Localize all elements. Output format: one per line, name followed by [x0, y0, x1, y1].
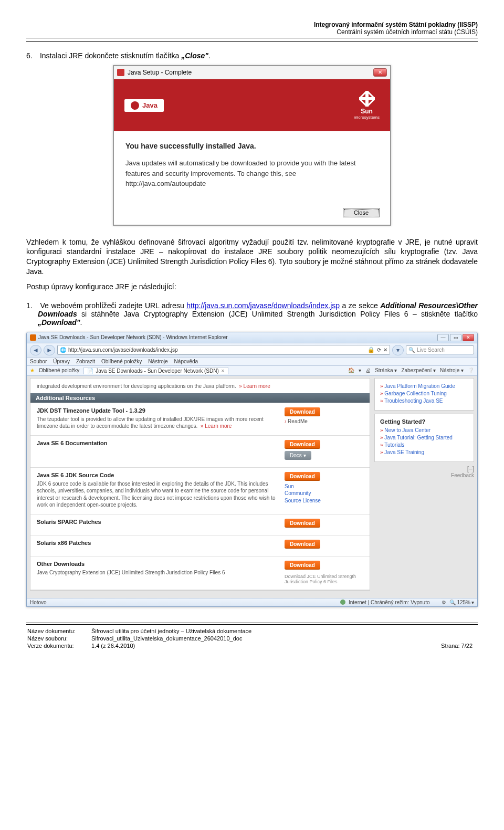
minimize-icon[interactable]: —: [437, 334, 449, 341]
step-6-close: „Close": [181, 51, 208, 60]
footer-page: Strana: 7/22: [408, 643, 477, 649]
src-link-community[interactable]: Community: [285, 490, 363, 497]
step-6-prefix: Instalaci JRE dokončete stisknutím tlačí…: [40, 51, 181, 60]
feedback-icon: [–]: [374, 465, 474, 472]
intro-body: integrated development environment for d…: [37, 383, 236, 389]
dialog-heading: You have successfully installed Java.: [125, 141, 379, 152]
help-icon[interactable]: ❔: [468, 367, 474, 373]
download-button-x86[interactable]: Download: [285, 540, 320, 549]
step-1-f: .: [80, 318, 82, 327]
status-mid: Internet | Chráněný režim: Vypnuto: [349, 600, 430, 605]
lock-icon: 🔒: [368, 346, 375, 353]
learn-more-link[interactable]: » Learn more: [239, 383, 270, 389]
footer-l3: Verze dokumentu:: [27, 643, 90, 649]
pkg-other: Other Downloads Java Cryptography Extens…: [30, 556, 370, 590]
favorites-star-icon[interactable]: ★: [30, 367, 35, 373]
window-close-icon[interactable]: ✕: [463, 334, 474, 341]
footer-l1: Název dokumentu:: [27, 628, 90, 634]
aside1-item-1[interactable]: Garbage Collection Tuning: [380, 390, 468, 397]
doc-footer: Název dokumentu: Šifrovací utilita pro ú…: [26, 623, 478, 650]
maximize-icon[interactable]: ▭: [450, 334, 461, 341]
tool-tools[interactable]: Nástroje ▾: [440, 367, 464, 373]
zoom-control[interactable]: 🔍 125% ▾: [449, 600, 474, 605]
ie-statusbar: Hotovo Internet | Chráněný režim: Vypnut…: [27, 598, 477, 606]
step-1: 1. Ve webovém prohlížeči zadejte URL adr…: [38, 301, 478, 327]
favorites-label[interactable]: Oblíbené položky: [39, 367, 79, 373]
pkg-tz-learnmore[interactable]: » Learn more: [201, 423, 232, 429]
menu-tools[interactable]: Nástroje: [148, 359, 167, 364]
step-6-tail: .: [208, 51, 211, 60]
ie-favbar: ★ Oblíbené položky 📄 Java SE Downloads -…: [27, 366, 477, 376]
dialog-titlebar: Java Setup - Complete ✕: [114, 66, 390, 79]
tool-security[interactable]: Zabezpečení ▾: [401, 367, 436, 373]
aside2-item-0[interactable]: New to Java Center: [380, 427, 468, 434]
feedback-label: Feedback: [451, 472, 474, 478]
ie-navbar: ◄ ► 🌐 http://java.sun.com/javase/downloa…: [27, 343, 477, 358]
search-box[interactable]: 🔍 Live Search: [406, 345, 474, 354]
browser-tab[interactable]: 📄 Java SE Downloads - Sun Developer Netw…: [83, 367, 228, 374]
download-button-src[interactable]: Download: [285, 472, 320, 481]
window-buttons: — ▭ ✕: [437, 334, 474, 341]
aside1-item-2[interactable]: Troubleshooting Java SE: [380, 397, 468, 405]
dialog-banner: Java Sun microsystems: [114, 79, 390, 131]
downloads-link[interactable]: http://java.sun.com/javase/downloads/ind…: [186, 301, 340, 310]
java-logo: Java: [124, 99, 164, 112]
footer-l2: Název souboru:: [27, 635, 90, 642]
menu-help[interactable]: Nápověda: [174, 359, 198, 364]
search-placeholder: Live Search: [417, 347, 445, 353]
tool-page[interactable]: Stránka ▾: [375, 367, 397, 373]
menu-edit[interactable]: Úpravy: [53, 359, 70, 364]
globe-icon: 🌐: [60, 347, 66, 353]
protected-mode-icon[interactable]: ⚙: [442, 600, 446, 605]
download-button-jce[interactable]: Download: [285, 561, 320, 570]
dialog-para-link: http://java.com/autoupdate: [125, 180, 206, 187]
readme-link[interactable]: ReadMe: [285, 418, 308, 424]
ie-titlebar: Java SE Downloads - Sun Developer Networ…: [27, 332, 477, 343]
pkg-sparc-title: Solaris SPARC Patches: [37, 519, 278, 525]
dialog-button-row: Close: [114, 205, 390, 225]
step-6: 6. Instalaci JRE dokončete stisknutím tl…: [38, 51, 478, 60]
pkg-other-desc: Java Cryptography Extension (JCE) Unlimi…: [37, 569, 278, 576]
back-button[interactable]: ◄: [30, 345, 41, 355]
home-icon[interactable]: 🏠: [348, 367, 354, 373]
pkg-src-desc: JDK 6 source code is available for those…: [37, 480, 278, 509]
aside2-item-2[interactable]: Tutorials: [380, 442, 468, 449]
pkg-doc-title: Java SE 6 Documentation: [37, 440, 278, 446]
dialog-title: Java Setup - Complete: [128, 69, 192, 76]
main-column: integrated development environment for d…: [30, 378, 370, 591]
print-icon[interactable]: 🖨: [365, 367, 371, 373]
download-button-tz[interactable]: Download: [285, 407, 320, 416]
menu-favorites[interactable]: Oblíbené položky: [101, 359, 142, 364]
pkg-other-title: Other Downloads: [37, 561, 278, 567]
footer-v3: 1.4 (z 26.4.2010): [91, 643, 407, 649]
feed-icon[interactable]: ▾: [359, 367, 361, 373]
refresh-icon[interactable]: ⟳: [377, 347, 381, 353]
src-link-sun[interactable]: Sun: [285, 483, 363, 490]
tab-title: Java SE Downloads - Sun Developer Networ…: [96, 368, 219, 374]
aside2-item-1[interactable]: Java Tutorial: Getting Started: [380, 434, 468, 442]
aside1-item-0[interactable]: Java Platform Migration Guide: [380, 383, 468, 390]
close-button[interactable]: Close: [343, 208, 380, 217]
menu-view[interactable]: Zobrazit: [76, 359, 95, 364]
download-button-sparc[interactable]: Download: [285, 519, 320, 528]
close-icon[interactable]: ✕: [373, 68, 387, 77]
chevron-down-icon: ▾: [471, 600, 474, 605]
pkg-other-sub: Download JCE Unlimited Strength Jurisdic…: [285, 574, 363, 584]
forward-button[interactable]: ►: [44, 345, 55, 355]
pkg-source: Java SE 6 JDK Source Code JDK 6 source c…: [30, 467, 370, 514]
step-1-num: 1.: [26, 301, 38, 310]
java-cup-icon: [131, 101, 139, 110]
header-rule-1: [26, 38, 478, 38]
menu-file[interactable]: Soubor: [30, 359, 47, 364]
src-link-license[interactable]: Source License: [285, 497, 363, 505]
download-button-docs[interactable]: Download: [285, 440, 320, 449]
tab-close-icon[interactable]: ✕: [221, 369, 225, 373]
stop-icon[interactable]: ✕: [383, 347, 387, 353]
dropdown-icon[interactable]: ▾: [392, 345, 404, 355]
feedback-widget[interactable]: [–] Feedback: [374, 465, 474, 478]
address-bar[interactable]: 🌐 http://java.sun.com/javase/downloads/i…: [57, 345, 390, 355]
docs-dropdown[interactable]: Docs ▾: [285, 451, 311, 460]
zoom-icon: 🔍: [449, 600, 456, 605]
aside2-item-3[interactable]: Java SE Training: [380, 449, 468, 456]
sun-logo: Sun microsystems: [354, 91, 380, 120]
